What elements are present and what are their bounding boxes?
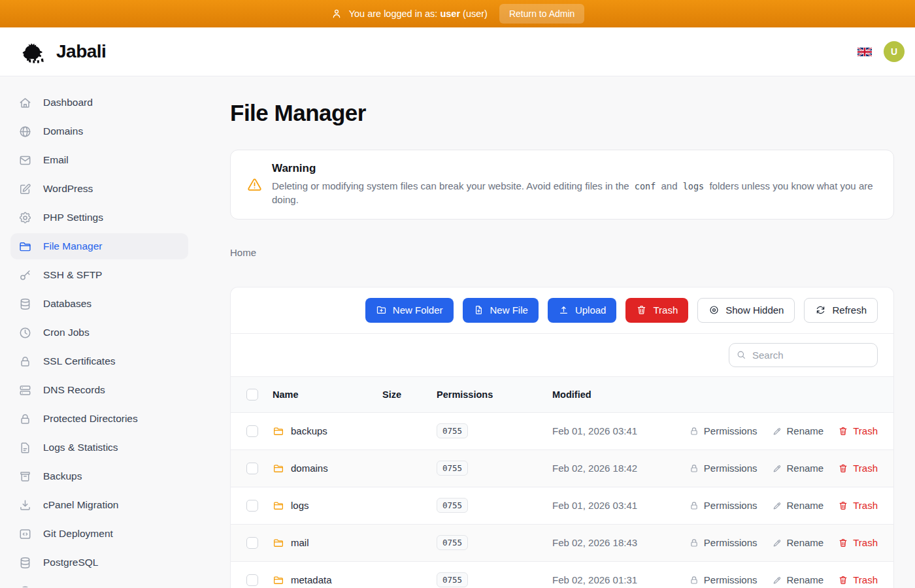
row-actions: Permissions Rename Trash: [689, 463, 878, 474]
rename-action[interactable]: Rename: [772, 537, 824, 548]
folder-plus-icon: [376, 304, 387, 316]
sidebar-item-label: Git Deployment: [43, 528, 113, 540]
sidebar-item-label: Domains: [43, 125, 83, 137]
folder-icon: [273, 574, 284, 586]
app-header: Jabali U: [0, 27, 915, 76]
row-checkbox[interactable]: [246, 425, 258, 437]
trash-icon: [838, 575, 848, 585]
table-row: metadata 0755 Feb 02, 2026 01:31 Permiss…: [231, 562, 893, 588]
folder-icon: [273, 537, 284, 549]
sidebar-item[interactable]: Git Deployment: [10, 521, 188, 547]
sidebar-item-icon: [18, 182, 32, 196]
sidebar-item[interactable]: SSH & SFTP: [10, 262, 188, 288]
refresh-icon: [815, 304, 826, 316]
permissions-action[interactable]: Permissions: [689, 500, 757, 511]
rename-action[interactable]: Rename: [772, 425, 824, 436]
search-input[interactable]: [729, 343, 878, 367]
language-flag-icon[interactable]: [857, 47, 872, 57]
sidebar-item[interactable]: WordPress: [10, 176, 188, 202]
folder-icon: [273, 500, 284, 512]
sidebar-item[interactable]: File Manager: [10, 233, 188, 259]
trash-action[interactable]: Trash: [838, 537, 878, 548]
sidebar-item[interactable]: Logs & Statistics: [10, 434, 188, 461]
sidebar-item[interactable]: PHP Settings: [10, 204, 188, 231]
lock-icon: [689, 575, 699, 585]
sidebar-item-label: Databases: [43, 298, 92, 310]
sidebar-item-icon: [18, 326, 32, 340]
row-checkbox[interactable]: [246, 574, 258, 586]
row-checkbox[interactable]: [246, 463, 258, 474]
sidebar-item-label: PHP Settings: [43, 212, 103, 223]
permissions-action[interactable]: Permissions: [689, 574, 757, 585]
permissions-action[interactable]: Permissions: [689, 537, 757, 548]
impersonation-message: You are logged in as: user (user): [331, 8, 488, 20]
file-modified: Feb 02, 2026 18:43: [552, 537, 689, 548]
new-folder-button[interactable]: New Folder: [365, 298, 454, 323]
file-name-cell[interactable]: metadata: [273, 574, 382, 586]
sidebar-item[interactable]: Domains: [10, 118, 188, 144]
file-name-cell[interactable]: mail: [273, 537, 382, 549]
rename-action[interactable]: Rename: [772, 574, 824, 585]
file-name-cell[interactable]: logs: [273, 500, 382, 512]
sidebar-item[interactable]: cPanel Migration: [10, 492, 188, 518]
sidebar-item[interactable]: SSL Certificates: [10, 348, 188, 374]
lock-icon: [689, 538, 699, 548]
warning-triangle-icon: [246, 176, 263, 193]
sidebar-item[interactable]: [10, 578, 188, 587]
sidebar-item-label: PostgreSQL: [43, 557, 98, 568]
file-name-cell[interactable]: domains: [273, 463, 382, 474]
sidebar-item[interactable]: Email: [10, 147, 188, 173]
permissions-action[interactable]: Permissions: [689, 425, 757, 436]
sidebar-item-icon: [18, 125, 32, 139]
rename-action[interactable]: Rename: [772, 463, 824, 474]
file-name-cell[interactable]: backups: [273, 425, 382, 437]
banner-suffix: (user): [463, 8, 488, 19]
trash-icon: [838, 463, 848, 474]
file-modified: Feb 02, 2026 01:31: [552, 574, 689, 585]
boar-logo-icon: [20, 39, 51, 64]
new-file-button[interactable]: New File: [463, 298, 539, 323]
folder-icon: [273, 463, 284, 474]
banner-prefix: You are logged in as:: [349, 8, 438, 19]
trash-action[interactable]: Trash: [838, 425, 878, 436]
brand-logo[interactable]: Jabali: [20, 39, 106, 64]
person-icon: [331, 8, 342, 20]
trash-icon: [838, 500, 848, 511]
show-hidden-button[interactable]: Show Hidden: [697, 298, 795, 323]
sidebar-item-label: DNS Records: [43, 384, 105, 396]
sidebar-item[interactable]: Dashboard: [10, 90, 188, 116]
sidebar-item[interactable]: Cron Jobs: [10, 319, 188, 346]
sidebar-item[interactable]: Protected Directories: [10, 406, 188, 432]
sidebar-item-icon: [18, 556, 32, 570]
trash-button[interactable]: Trash: [625, 298, 688, 323]
row-checkbox[interactable]: [246, 537, 258, 549]
sidebar-item[interactable]: DNS Records: [10, 377, 188, 403]
permissions-badge: 0755: [437, 535, 468, 550]
file-manager-card: New Folder New File Upload Trash Show Hi…: [230, 287, 894, 588]
return-to-admin-button[interactable]: Return to Admin: [499, 4, 584, 24]
main-content: File Manager Warning Deleting or modifyi…: [199, 76, 915, 587]
permissions-action[interactable]: Permissions: [689, 463, 757, 474]
trash-action[interactable]: Trash: [838, 500, 878, 511]
trash-action[interactable]: Trash: [838, 574, 878, 585]
permissions-badge: 0755: [437, 461, 468, 476]
trash-action[interactable]: Trash: [838, 463, 878, 474]
upload-button[interactable]: Upload: [548, 298, 617, 323]
file-modified: Feb 02, 2026 18:42: [552, 463, 689, 474]
sidebar-item[interactable]: Databases: [10, 291, 188, 317]
sidebar-item[interactable]: PostgreSQL: [10, 549, 188, 576]
column-modified: Modified: [552, 389, 878, 400]
breadcrumb-home[interactable]: Home: [230, 247, 256, 258]
sidebar-item-icon: [18, 527, 32, 541]
user-avatar[interactable]: U: [884, 41, 905, 62]
select-all-checkbox[interactable]: [246, 389, 258, 400]
sidebar-item[interactable]: Backups: [10, 463, 188, 489]
sidebar-nav: Dashboard Domains Email WordPress PHP Se…: [0, 76, 199, 587]
row-checkbox[interactable]: [246, 500, 258, 512]
rename-action[interactable]: Rename: [772, 500, 824, 511]
pencil-icon: [772, 500, 782, 511]
row-actions: Permissions Rename Trash: [689, 537, 878, 548]
refresh-button[interactable]: Refresh: [804, 298, 878, 323]
sidebar-item-label: Logs & Statistics: [43, 442, 118, 453]
file-name: backups: [291, 425, 327, 436]
